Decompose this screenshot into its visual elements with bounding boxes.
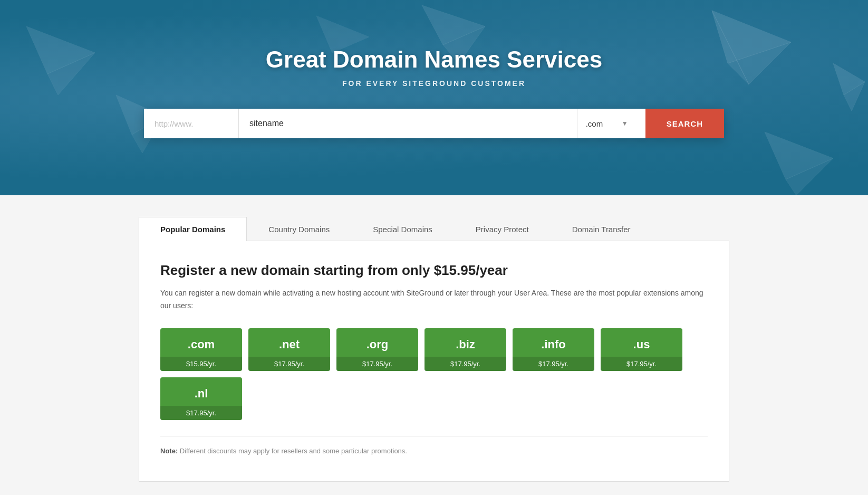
tab-popular[interactable]: Popular Domains: [139, 217, 247, 241]
svg-marker-0: [712, 11, 791, 63]
main-content: Popular Domains Country Domains Special …: [128, 216, 740, 495]
search-bar: http://www. .com .net .org .biz .info .u…: [144, 109, 724, 138]
domain-card[interactable]: .net$17.95/yr.: [248, 328, 330, 371]
hero-section: Great Domain Names Services FOR EVERY SI…: [0, 0, 868, 195]
domain-price: $17.95/yr.: [425, 357, 506, 371]
svg-marker-1: [728, 42, 791, 84]
svg-marker-3: [422, 5, 485, 45]
svg-marker-5: [26, 26, 95, 74]
domain-price: $17.95/yr.: [248, 357, 330, 371]
tab-transfer[interactable]: Domain Transfer: [551, 217, 652, 241]
note-text: Note: Different discounts may apply for …: [160, 447, 708, 455]
hero-subtitle: FOR EVERY SITEGROUND CUSTOMER: [342, 79, 526, 88]
domain-extension: .nl: [160, 377, 242, 406]
panel-description: You can register a new domain while acti…: [160, 287, 708, 312]
hero-background: [0, 0, 868, 195]
note-body: Different discounts may apply for resell…: [180, 447, 407, 455]
domain-extension: .info: [513, 328, 594, 357]
domain-price: $17.95/yr.: [513, 357, 594, 371]
search-button[interactable]: SEARCH: [645, 109, 724, 138]
search-input[interactable]: [239, 109, 577, 138]
domain-extension: .org: [336, 328, 418, 357]
panel-title: Register a new domain starting from only…: [160, 262, 708, 279]
domain-card[interactable]: .biz$17.95/yr.: [425, 328, 506, 371]
search-prefix: http://www.: [144, 109, 239, 138]
tld-selector[interactable]: .com .net .org .biz .info .us .nl ▼: [577, 109, 645, 138]
domain-card[interactable]: .com$15.95/yr.: [160, 328, 242, 371]
domain-extension: .com: [160, 328, 242, 357]
svg-marker-10: [786, 158, 833, 195]
domain-extension: .us: [601, 328, 682, 357]
domain-price: $15.95/yr.: [160, 357, 242, 371]
tab-privacy[interactable]: Privacy Protect: [454, 217, 551, 241]
domain-extension: .net: [248, 328, 330, 357]
domain-card[interactable]: .org$17.95/yr.: [336, 328, 418, 371]
domain-extension: .biz: [425, 328, 506, 357]
tab-country[interactable]: Country Domains: [247, 217, 351, 241]
popular-panel: Register a new domain starting from only…: [139, 241, 729, 482]
tabs-bar: Popular Domains Country Domains Special …: [139, 216, 729, 241]
domain-card[interactable]: .info$17.95/yr.: [513, 328, 594, 371]
svg-marker-12: [833, 63, 865, 95]
domain-price: $17.95/yr.: [601, 357, 682, 371]
tld-select[interactable]: .com .net .org .biz .info .us .nl: [586, 119, 618, 128]
hero-title: Great Domain Names Services: [266, 46, 602, 73]
domain-cards-list: .com$15.95/yr..net$17.95/yr..org$17.95/y…: [160, 328, 708, 420]
svg-marker-6: [47, 53, 95, 95]
note-divider: [160, 436, 708, 436]
domain-price: $17.95/yr.: [336, 357, 418, 371]
tab-special[interactable]: Special Domains: [351, 217, 454, 241]
svg-line-2: [712, 11, 749, 84]
domain-card[interactable]: .nl$17.95/yr.: [160, 377, 242, 420]
svg-marker-13: [844, 82, 865, 111]
domain-card[interactable]: .us$17.95/yr.: [601, 328, 682, 371]
domain-price: $17.95/yr.: [160, 406, 242, 420]
chevron-down-icon: ▼: [622, 120, 628, 127]
svg-marker-9: [765, 132, 833, 179]
note-label: Note:: [160, 447, 178, 455]
